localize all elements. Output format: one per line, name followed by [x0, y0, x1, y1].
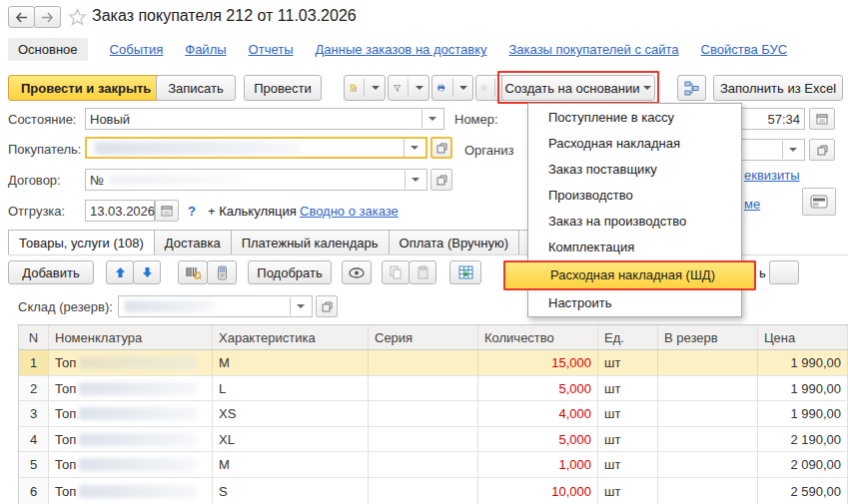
nav-tab-5[interactable]: Заказы покупателей с сайта [509, 42, 679, 57]
calendar-icon [161, 205, 173, 217]
column-header-1[interactable]: Номенклатура [49, 325, 213, 349]
warehouse-field[interactable] [118, 295, 313, 317]
doc-tab-1[interactable]: Доставка [154, 230, 232, 255]
column-header-7[interactable]: Цена [758, 325, 848, 349]
me-link-fragment[interactable]: ме [744, 197, 760, 212]
column-header-3[interactable]: Серия [369, 325, 478, 349]
chevron-down-icon[interactable] [412, 178, 420, 182]
create-based-on-label: Создать на основании [505, 81, 640, 96]
payment-terminal-button[interactable] [802, 188, 836, 216]
post-button[interactable]: Провести [244, 75, 322, 101]
doc-tab-3[interactable]: Оплата (Вручную) [389, 230, 519, 255]
cell-reserve [658, 350, 758, 375]
partial-hidden-button[interactable] [769, 260, 799, 284]
column-header-0[interactable]: N [19, 325, 49, 349]
cell-series [369, 427, 478, 451]
nav-back-button[interactable] [8, 6, 35, 28]
import-table-button[interactable] [449, 260, 481, 284]
number-calendar-button[interactable] [809, 108, 835, 130]
document-structure-button[interactable] [677, 75, 706, 101]
order-summary-link[interactable]: Сводно о заказе [300, 204, 399, 219]
datetime-value-fragment: 57:34 [767, 112, 800, 127]
view-button[interactable] [342, 260, 372, 284]
contract-value-prefix: № [90, 173, 104, 188]
fill-from-excel-button[interactable]: Заполнить из Excel [713, 75, 843, 101]
table-row-5[interactable]: 5ТопM1,000шт2 090,00 [19, 452, 848, 478]
add-row-button[interactable]: Добавить [8, 260, 94, 284]
shipment-date-field[interactable]: 13.03.2026 [85, 200, 155, 222]
nomenclature-blurred [79, 485, 197, 498]
menu-item-0[interactable]: Поступление в кассу [528, 104, 741, 130]
favorite-star-icon[interactable] [68, 8, 87, 26]
menu-item-3[interactable]: Производство [528, 182, 741, 208]
shipment-help-mark[interactable]: ? [188, 204, 196, 219]
doc-tab-0[interactable]: Товары, услуги (108) [8, 230, 155, 255]
menu-item-6[interactable]: Расходная накладная (ШД) [503, 260, 756, 290]
cell-series [369, 452, 478, 477]
nav-forward-button[interactable] [34, 6, 61, 28]
move-up-button[interactable] [106, 260, 134, 284]
nav-tab-4[interactable]: Данные заказов на доставку [316, 42, 487, 57]
nav-tab-2[interactable]: Файлы [185, 42, 226, 57]
customer-field[interactable] [85, 137, 427, 159]
create-based-on-button[interactable]: Создать на основании [501, 75, 655, 101]
menu-item-1[interactable]: Расходная накладная [528, 130, 741, 156]
arrow-down-icon [142, 266, 153, 278]
table-row-2[interactable]: 2ТопL5,000шт1 990,00 [19, 376, 848, 401]
column-header-2[interactable]: Характеристика [213, 325, 369, 349]
menu-item-4[interactable]: Заказ на производство [528, 209, 741, 235]
state-field[interactable]: Новый [85, 108, 444, 130]
nav-tab-3[interactable]: Отчеты [249, 42, 294, 57]
nomenclature-text: Топ [55, 457, 76, 472]
doc-tab-2[interactable]: Платежный календарь [231, 230, 390, 255]
all-requisites-link-fragment[interactable]: еквизиты [744, 168, 800, 183]
paste-rows-button[interactable] [409, 260, 436, 284]
state-value: Новый [90, 112, 130, 127]
menu-item-5[interactable]: Комплектация [528, 235, 741, 260]
nav-tab-6[interactable]: Свойства БУС [701, 42, 788, 57]
nav-tab-0[interactable]: Основное [8, 38, 88, 61]
copy-rows-button[interactable] [382, 260, 410, 284]
contract-open-button[interactable] [430, 169, 452, 191]
column-header-5[interactable]: Ед. [598, 325, 658, 349]
cell-n: 6 [19, 478, 49, 504]
chevron-down-icon[interactable] [428, 117, 436, 121]
column-header-4[interactable]: Количество [478, 325, 598, 349]
post-and-close-button[interactable]: Провести и закрыть [8, 75, 164, 101]
menu-item-2[interactable]: Заказ поставщику [528, 156, 741, 182]
pick-items-button[interactable]: Подобрать [248, 260, 332, 284]
filter-split-button[interactable] [388, 75, 429, 101]
menu-item-7[interactable]: Настроить [528, 290, 741, 316]
data-terminal-button[interactable] [207, 260, 237, 284]
column-header-6[interactable]: В резерв [658, 325, 758, 349]
barcode-scan-button[interactable] [178, 260, 208, 284]
move-down-button[interactable] [133, 260, 161, 284]
cell-characteristic: M [213, 452, 369, 477]
save-button[interactable]: Записать [156, 75, 236, 101]
chevron-down-icon[interactable] [411, 146, 419, 150]
table-row-1[interactable]: 1ТопM15,000шт1 990,00 [19, 350, 848, 376]
cell-reserve [658, 401, 758, 426]
calculation-toggle[interactable]: + Калькуляция [208, 204, 297, 219]
print-split-button[interactable] [431, 75, 473, 101]
table-row-6[interactable]: 6ТопS10,000шт2 590,00 [19, 478, 848, 504]
cell-qty: 10,000 [478, 478, 598, 504]
table-row-3[interactable]: 3ТопXS4,000шт1 990,00 [19, 401, 848, 427]
arrow-left-icon [15, 12, 28, 23]
shipment-calendar-button[interactable] [155, 200, 179, 222]
contract-field[interactable]: № [85, 169, 427, 191]
table-row-4[interactable]: 4ТопXL5,000шт2 190,00 [19, 427, 848, 452]
paste-icon [417, 265, 429, 279]
chevron-down-icon[interactable] [297, 304, 305, 308]
customer-open-button[interactable] [430, 137, 452, 159]
cell-qty: 5,000 [478, 427, 598, 451]
circle-minus-icon [481, 81, 487, 95]
warehouse-open-button[interactable] [316, 295, 338, 317]
nav-tab-1[interactable]: События [110, 42, 164, 57]
chevron-down-icon[interactable] [789, 148, 797, 152]
organization-open-button[interactable] [809, 139, 835, 161]
doc-history-split-button[interactable] [344, 75, 386, 101]
payment-card-icon [810, 195, 828, 209]
warehouse-value-blurred [125, 300, 215, 312]
organization-label: Организ [464, 143, 513, 158]
